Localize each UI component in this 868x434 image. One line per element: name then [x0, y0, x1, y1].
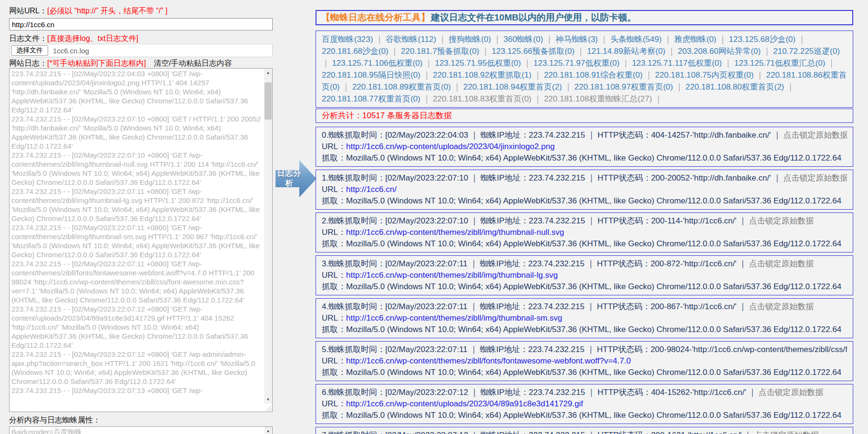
lock-raw-data-link[interactable]: 点击锁定原始数据	[754, 431, 819, 434]
spider-attr-textarea[interactable]: Baiduspider=百度蜘蛛 ▲	[9, 426, 273, 434]
choose-file-button[interactable]: 选择文件	[11, 45, 48, 56]
spider-filter-link[interactable]: 220.181.108.77权重首页(0)	[322, 94, 420, 103]
spider-separator: ｜	[761, 47, 773, 56]
spider-filter-link[interactable]: 220.181.7预备抓取(0)	[401, 47, 479, 56]
log-scrollbar[interactable]: ▲ ▼	[264, 69, 272, 404]
scrollbar-down-icon[interactable]: ▼	[264, 395, 272, 404]
spider-separator: ｜	[716, 35, 729, 44]
spider-filter-link[interactable]: 220.181.108.75内页权重(0)	[655, 71, 754, 80]
spider-filter-link[interactable]: 百度蜘蛛(323)	[322, 35, 373, 44]
analyze-button[interactable]: 日志分析	[276, 160, 317, 197]
spider-filter-link[interactable]: 123.125.68沙盒(0)	[729, 35, 796, 44]
entry-url-line: URL：http://1cc6.cn/	[322, 184, 847, 195]
site-url-label-row: 网站URL：[必须以 “http://” 开头，结尾不带 “/” ]	[9, 7, 273, 15]
spider-separator: ｜	[451, 82, 463, 91]
spider-separator: ｜	[531, 94, 544, 103]
spider-attr-label-row: 分析内容与日志蜘蛛属性：	[9, 416, 273, 424]
spider-separator: ｜	[422, 59, 435, 68]
entry-header-text: 7.蜘蛛抓取时间：[02/May/2023:22:07:12 ｜ 蜘蛛IP地址：…	[322, 431, 754, 434]
lock-raw-data-link[interactable]: 点击锁定原始数据	[783, 173, 847, 182]
spider-filter-link[interactable]: 220.181.108.92权重抓取(1)	[433, 71, 531, 80]
spider-filter-link[interactable]: 220.181.108.80权重首页(2)	[685, 82, 784, 91]
results-panel: 【蜘蛛日志在线分析工具】 建议日志文件在10MB以内的用户使用，以防卡顿。 百度…	[316, 0, 853, 434]
spider-separator: ｜	[598, 35, 610, 44]
entry-ua-label: 抓取：	[322, 196, 346, 205]
attr-scrollbar-up-icon[interactable]: ▲	[264, 427, 272, 434]
entry-header-line: 7.蜘蛛抓取时间：[02/May/2023:22:07:12 ｜ 蜘蛛IP地址：…	[322, 430, 847, 434]
spider-filter-link[interactable]: 220.181.68沙盒(0)	[322, 47, 388, 56]
spider-filter-link[interactable]: 220.181.108.89权重首页(0)	[352, 82, 451, 91]
entry-header-text: 3.蜘蛛抓取时间：[02/May/2023:22:07:11 ｜ 蜘蛛IP地址：…	[322, 259, 749, 268]
entry-url-link[interactable]: http://1cc6.cn/wp-content/uploads/2023/0…	[346, 399, 583, 408]
attr-scrollbar[interactable]: ▲	[264, 427, 272, 434]
spider-filter-link[interactable]: 220.181.108权重蜘蛛汇总(27)	[544, 94, 652, 103]
entry-header-text: 1.蜘蛛抓取时间：[02/May/2023:22:07:10 ｜ 蜘蛛IP地址：…	[322, 173, 783, 182]
entry-header-text: 2.蜘蛛抓取时间：[02/May/2023:22:07:10 ｜ 蜘蛛IP地址：…	[322, 216, 749, 225]
entry-header-text: 6.蜘蛛抓取时间：[02/May/2023:22:07:12 ｜ 蜘蛛IP地址：…	[322, 388, 758, 397]
spider-filter-link[interactable]: 123.125.71低权重汇总(0)	[734, 59, 825, 68]
spider-filter-link[interactable]: 123.125.71.95低权重(0)	[435, 59, 521, 68]
spider-filter-link[interactable]: 123.125.71.117低权重(0)	[632, 59, 722, 68]
lock-raw-data-link[interactable]: 点击锁定原始数据	[783, 131, 847, 140]
entry-url-link[interactable]: http://1cc6.cn/wp-content/themes/zibll/i…	[346, 228, 564, 237]
lock-raw-data-link[interactable]: 点击锁定原始数据	[749, 259, 814, 268]
resize-grip-icon[interactable]	[265, 404, 272, 411]
entry-header-line: 2.蜘蛛抓取时间：[02/May/2023:22:07:10 ｜ 蜘蛛IP地址：…	[322, 215, 847, 227]
entry-ua-label: 抓取：	[322, 282, 346, 291]
entry-url-label: URL：	[322, 271, 346, 280]
lock-raw-data-link[interactable]: 点击锁定原始数据	[749, 216, 814, 225]
entry-header-line: 1.蜘蛛抓取时间：[02/May/2023:22:07:10 ｜ 蜘蛛IP地址：…	[322, 172, 847, 184]
entry-url-link[interactable]: http://1cc6.cn/wp-content/themes/zibll/i…	[346, 271, 558, 280]
spider-filter-link[interactable]: 210.72.225巡逻(0)	[773, 47, 840, 56]
spider-separator: ｜	[825, 59, 835, 68]
entry-url-link[interactable]: http://1cc6.cn/wp-content/themes/zibll/f…	[346, 356, 631, 365]
spider-filter-link[interactable]: 谷歌蜘蛛(112)	[386, 35, 436, 44]
total-count-text: 分析共计：10517 条服务器日志数据	[322, 111, 452, 120]
entry-ua-label: 抓取：	[322, 411, 346, 420]
clear-paste-link[interactable]: 清空/手动粘贴日志内容	[153, 59, 232, 67]
spider-attr-label: 分析内容与日志蜘蛛属性：	[9, 416, 101, 424]
entry-list: 0.蜘蛛抓取时间：[02/May/2023:22:04:03 ｜ 蜘蛛IP地址：…	[316, 127, 853, 434]
lock-raw-data-link[interactable]: 点击锁定原始数据	[749, 302, 814, 311]
entry-ua-label: 抓取：	[322, 153, 346, 162]
spider-separator: ｜	[543, 35, 555, 44]
entry-url-link[interactable]: http://1cc6.cn/wp-content/uploads/2023/0…	[346, 142, 555, 151]
log-textarea[interactable]: 223.74.232.215 - - [02/May/2023:22:04:03…	[9, 68, 273, 412]
spider-separator: ｜	[388, 47, 401, 56]
spider-filter-link[interactable]: 220.181.108.97权重首页(0)	[574, 82, 673, 91]
spider-separator: ｜	[796, 35, 806, 44]
spider-filter-link[interactable]: 203.208.60网站异常(0)	[678, 47, 761, 56]
spider-filter-link[interactable]: 220.181.108.95隔日快照(0)	[322, 71, 420, 80]
spider-separator: ｜	[562, 82, 574, 91]
spider-filter-link[interactable]: 头条蜘蛛(549)	[610, 35, 662, 44]
lock-raw-data-link[interactable]: 点击锁定原始数据	[758, 388, 823, 397]
spider-separator: ｜	[643, 71, 655, 80]
spider-filter-link[interactable]: 123.125.71.106低权重(0)	[332, 59, 422, 68]
site-log-label: 网站日志：	[9, 59, 47, 67]
entry-ua-text: Mozilla/5.0 (Windows NT 10.0; Win64; x64…	[346, 411, 841, 420]
spider-filter-link[interactable]: 220.181.108.83权重首页(0)	[433, 94, 531, 103]
spider-filter-link[interactable]: 雅虎蜘蛛(0)	[674, 35, 716, 44]
entry-url-link[interactable]: http://1cc6.cn/wp-content/themes/zibll/i…	[346, 313, 562, 323]
entry-ua-line: 抓取：Mozilla/5.0 (Windows NT 10.0; Win64; …	[322, 281, 847, 293]
spider-filter-link[interactable]: 220.181.108.91综合权重(0)	[544, 71, 643, 80]
spider-filter-link[interactable]: 121.14.89新站考察(0)	[587, 47, 665, 56]
entry-header-line: 5.蜘蛛抓取时间：[02/May/2023:22:07:11 ｜ 蜘蛛IP地址：…	[322, 344, 847, 355]
site-log-label-row: 网站日志：[*可手动粘贴到下面日志框内]清空/手动粘贴日志内容	[9, 59, 273, 68]
spider-filter-link[interactable]: 神马蜘蛛(3)	[555, 35, 598, 44]
spider-separator: ｜	[722, 59, 734, 68]
spider-filter-link[interactable]: 123.125.71.97低权重(0)	[533, 59, 620, 68]
spider-filter-link[interactable]: 123.125.66预备抓取(0)	[492, 47, 575, 56]
file-input[interactable]: 选择文件 1cc6.cn.log	[9, 44, 273, 57]
spider-filter-link[interactable]: 搜狗蜘蛛(0)	[449, 35, 491, 44]
spider-filter-link[interactable]: 360蜘蛛(0)	[503, 35, 543, 44]
entry-url-label: URL：	[322, 142, 346, 151]
entry-url-label: URL：	[322, 185, 346, 194]
scrollbar-thumb[interactable]	[265, 82, 272, 120]
scrollbar-up-icon[interactable]: ▲	[264, 69, 272, 77]
entry-url-line: URL：http://1cc6.cn/wp-content/uploads/20…	[322, 141, 847, 152]
site-url-input[interactable]	[9, 18, 273, 30]
entry-url-link[interactable]: http://1cc6.cn/	[346, 185, 397, 194]
results-header: 【蜘蛛日志在线分析工具】 建议日志文件在10MB以内的用户使用，以防卡顿。	[316, 10, 853, 25]
spider-filter-link[interactable]: 220.181.108.94权重首页(2)	[463, 82, 562, 91]
